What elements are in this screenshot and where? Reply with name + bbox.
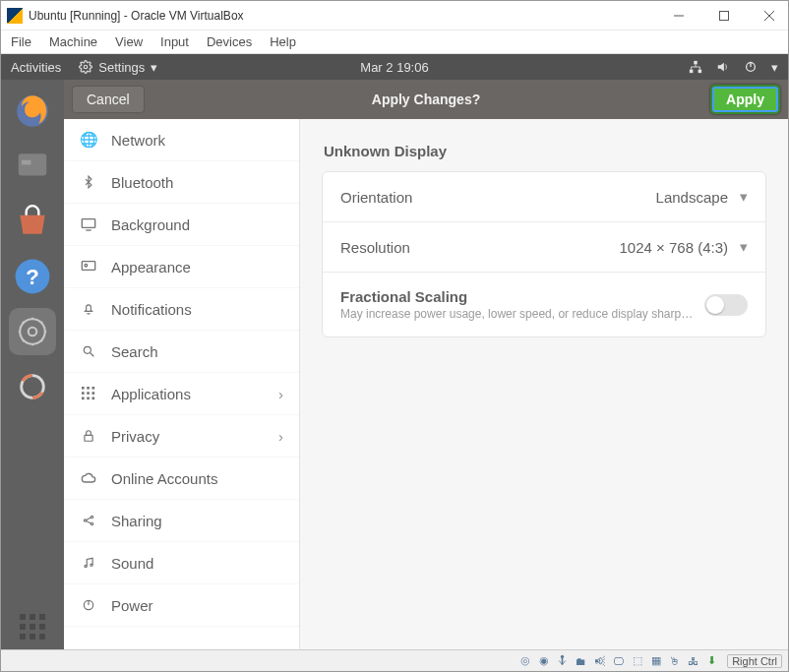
sidebar-item-label: Appearance [111,259,191,275]
sb-usb-icon[interactable] [555,653,570,668]
orientation-value: Landscape [656,189,728,206]
sidebar-item-label: Network [111,132,165,149]
headerbar: Cancel Apply Changes? Apply [64,80,788,119]
gear-icon [79,60,92,74]
dock-help[interactable]: ? [9,253,56,300]
scaling-sublabel: May increase power usage, lower speed, o… [340,307,693,321]
resolution-label: Resolution [340,239,410,256]
chevron-down-icon: ▾ [151,60,157,75]
sb-hdd-icon[interactable]: ◎ [517,653,532,668]
svg-rect-24 [82,387,85,390]
sidebar-item-network[interactable]: 🌐Network [64,119,299,161]
dock: ? [1,80,64,649]
dock-files[interactable] [9,143,56,190]
sidebar-item-notifications[interactable]: Notifications [64,288,299,331]
network-icon[interactable] [689,60,702,74]
scaling-label: Fractional Scaling [340,288,467,305]
svg-rect-26 [92,387,95,390]
sb-network-icon2[interactable]: 🖧 [686,653,700,668]
chevron-down-icon: ▾ [740,238,748,256]
dock-settings[interactable] [9,308,56,355]
svg-point-16 [20,319,45,344]
sidebar-item-online-accounts[interactable]: Online Accounts [64,458,299,500]
chevron-right-icon: › [278,428,283,445]
host-key-indicator[interactable]: Right Ctrl [727,654,782,668]
menu-machine[interactable]: Machine [49,34,97,49]
sidebar-item-bluetooth[interactable]: Bluetooth [64,161,299,204]
chevron-down-icon[interactable]: ▾ [771,60,778,75]
sb-mouse-icon[interactable]: 🖰 [667,653,682,668]
sidebar-item-appearance[interactable]: Appearance [64,246,299,288]
menu-view[interactable]: View [115,34,143,49]
sidebar-item-label: Sound [111,555,153,572]
sidebar-item-label: Power [111,597,153,614]
sidebar-item-background[interactable]: Background [64,204,299,246]
resolution-row[interactable]: Resolution 1024 × 768 (4:3) ▾ [323,222,765,273]
show-applications-button[interactable] [20,614,45,640]
sidebar-item-search[interactable]: Search [64,331,299,373]
svg-rect-12 [22,160,31,165]
svg-rect-27 [82,392,85,395]
appearance-icon [80,258,97,275]
menu-input[interactable]: Input [160,34,189,49]
vbox-statusbar: ◎ ◉ 🖿 🕬 🖵 ⬚ ▦ 🖰 🖧 ⬇ Right Ctrl [1,649,788,671]
chevron-right-icon: › [278,386,283,402]
dock-software[interactable] [9,198,56,245]
close-button[interactable] [757,6,782,26]
maximize-button[interactable] [711,6,737,26]
cancel-button[interactable]: Cancel [72,86,145,113]
dock-updater[interactable] [9,363,56,410]
settings-sidebar: 🌐Network Bluetooth Background Appearance… [64,119,300,649]
orientation-label: Orientation [340,189,412,206]
sidebar-item-label: Sharing [111,513,162,529]
menu-devices[interactable]: Devices [207,34,252,49]
svg-line-23 [91,353,94,357]
menu-file[interactable]: File [11,34,31,49]
lock-icon [80,427,97,445]
sb-shared-folder-icon[interactable]: 🖿 [574,653,588,668]
power-icon[interactable] [744,60,758,74]
sb-clipboard-icon[interactable]: ⬇ [704,653,719,668]
grid-icon [80,385,97,402]
gnome-topbar: Activities Settings ▾ Mar 2 19:06 ▾ [1,54,788,80]
clock[interactable]: Mar 2 19:06 [360,60,428,75]
sidebar-item-applications[interactable]: Applications› [64,373,299,415]
activities-button[interactable]: Activities [11,60,61,75]
orientation-row[interactable]: Orientation Landscape ▾ [323,172,765,222]
sb-cpu-icon[interactable]: ▦ [648,653,663,668]
svg-point-22 [84,346,91,353]
sb-optical-icon[interactable]: ◉ [536,653,551,668]
sidebar-item-label: Applications [111,386,191,402]
sidebar-item-label: Privacy [111,428,159,445]
svg-rect-25 [87,387,90,390]
fractional-scaling-row: Fractional Scaling May increase power us… [323,273,765,336]
svg-rect-7 [698,70,702,74]
sb-audio-icon[interactable]: 🕬 [592,653,607,668]
bluetooth-icon [80,173,97,191]
sb-display-icon[interactable]: 🖵 [611,653,626,668]
sidebar-item-power[interactable]: Power [64,584,299,627]
vbox-app-icon [7,8,23,24]
minimize-button[interactable] [666,6,692,26]
appmenu-settings[interactable]: Settings ▾ [79,60,157,75]
scaling-toggle[interactable] [704,294,748,316]
sb-recording-icon[interactable]: ⬚ [630,653,644,668]
sidebar-item-sound[interactable]: Sound [64,542,299,584]
vbox-window-title: Ubuntu [Running] - Oracle VM VirtualBox [29,9,666,23]
svg-point-21 [85,264,88,267]
monitor-icon [80,215,97,233]
svg-point-15 [29,328,37,336]
menu-help[interactable]: Help [270,34,296,49]
sidebar-item-privacy[interactable]: Privacy› [64,415,299,458]
globe-icon: 🌐 [80,131,97,149]
dock-firefox[interactable] [9,88,56,135]
svg-point-35 [91,516,92,518]
chevron-down-icon: ▾ [740,188,748,206]
sidebar-item-label: Bluetooth [111,174,173,191]
sidebar-item-label: Search [111,343,158,360]
svg-point-37 [85,565,87,567]
sidebar-item-sharing[interactable]: Sharing [64,500,299,542]
apply-button[interactable]: Apply [710,85,780,114]
volume-icon[interactable] [716,60,730,74]
svg-point-38 [91,564,92,566]
